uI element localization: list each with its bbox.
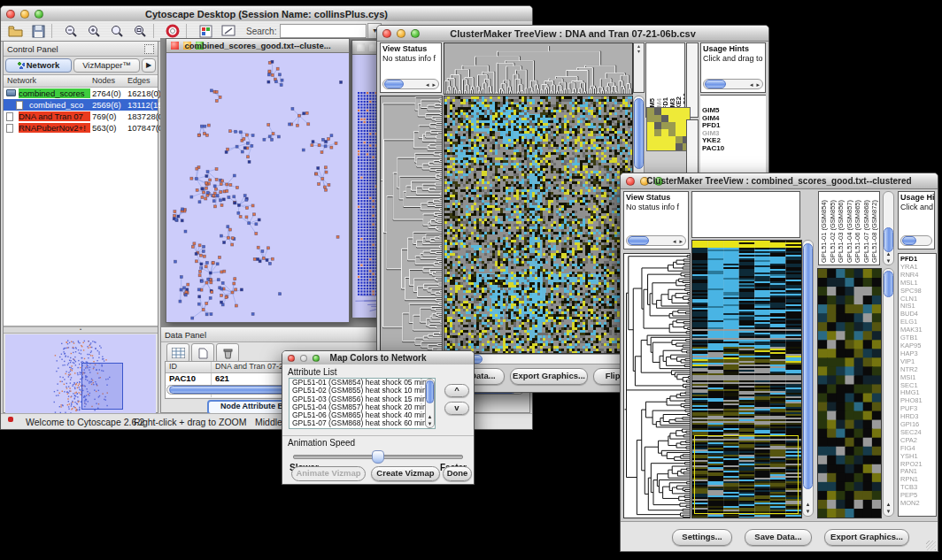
view-status-hscrollbar[interactable]: ◂ ▸: [626, 235, 686, 246]
zoom-cell[interactable]: [647, 136, 654, 143]
global-heatmap-canvas[interactable]: [444, 96, 633, 354]
zoom-heatmap-canvas[interactable]: [817, 268, 882, 518]
select-attributes-icon[interactable]: [166, 343, 189, 363]
close-button[interactable]: [288, 355, 295, 362]
new-attribute-icon[interactable]: [191, 343, 214, 363]
network-tree-row[interactable]: RNAPuberNov2+! 563(0) 107847(0): [4, 122, 158, 134]
tab-network[interactable]: Network: [5, 58, 72, 73]
zoom-cell[interactable]: [668, 115, 676, 122]
close-button[interactable]: [357, 43, 365, 51]
column-network[interactable]: Network: [7, 76, 36, 85]
column-label[interactable]: GPL51-06 (GSM865): [853, 200, 862, 263]
splitter-handle[interactable]: •: [4, 326, 158, 334]
zoom-cell[interactable]: [661, 129, 668, 136]
column-edges[interactable]: Edges: [127, 76, 151, 85]
column-nodes[interactable]: Nodes: [92, 76, 115, 85]
zoom-cell[interactable]: [661, 122, 668, 129]
zoom-fit-icon[interactable]: [131, 23, 149, 39]
zoom-cell[interactable]: [676, 115, 683, 122]
network-tree-row[interactable]: DNA and Tran 07 769(0) 183728(0): [4, 111, 158, 122]
dialog-titlebar[interactable]: Map Colors to Network: [282, 351, 474, 365]
zoom-cell[interactable]: [676, 108, 683, 115]
zoom-window-button[interactable]: [313, 355, 320, 362]
zoom-cell[interactable]: [654, 122, 661, 129]
network-tree-row[interactable]: combined_scores 2764(0) 16218(0): [4, 88, 158, 99]
scrollbar-thumb[interactable]: [628, 236, 649, 245]
usage-hints-hscrollbar[interactable]: [900, 235, 932, 246]
create-vizmap-button[interactable]: Create Vizmap: [371, 466, 440, 481]
zoom-cell[interactable]: [676, 129, 683, 136]
vizmapper-icon[interactable]: [197, 23, 214, 39]
zoom-cell[interactable]: [661, 108, 668, 115]
save-data-button[interactable]: Save Data...: [745, 529, 812, 546]
zoom-cell[interactable]: [647, 143, 654, 150]
scrollbar-thumb[interactable]: [384, 80, 404, 88]
minimize-button[interactable]: [300, 355, 307, 362]
zoom-cell[interactable]: [654, 136, 661, 143]
column-label[interactable]: GPL51-07 (GSM868): [862, 200, 871, 263]
zoom-cell[interactable]: [661, 136, 668, 143]
export-graphics-button[interactable]: Export Graphics...: [510, 368, 588, 385]
heatmap-vscrollbar[interactable]: ▴▾: [802, 240, 814, 517]
tab-overflow-arrow[interactable]: ▶: [142, 58, 156, 73]
network-window-1-titlebar[interactable]: combined_scores_good.txt--cluste...: [166, 39, 349, 53]
animate-vizmap-button[interactable]: Animate Vizmap: [291, 466, 366, 481]
row-dendrogram-canvas[interactable]: [623, 253, 691, 518]
zoom-heatmap-grid[interactable]: [646, 107, 691, 151]
minimize-button[interactable]: [183, 42, 191, 50]
settings-button[interactable]: Settings...: [672, 529, 732, 546]
delete-attribute-icon[interactable]: [216, 343, 239, 363]
zoom-out-icon[interactable]: [62, 23, 80, 39]
zoom-cell[interactable]: [668, 143, 676, 150]
treeview2-titlebar[interactable]: ClusterMaker TreeView : combined_scores_…: [621, 173, 938, 189]
close-button[interactable]: [171, 42, 179, 50]
zoom-cell[interactable]: [661, 143, 668, 150]
zoom-window-button[interactable]: [654, 177, 663, 186]
zoom-window-button[interactable]: [196, 42, 204, 50]
scrollbar-thumb[interactable]: [426, 380, 434, 403]
attribute-item[interactable]: GPL51-07 (GSM868) heat shock 60 min: [290, 419, 435, 427]
scrollbar-thumb[interactable]: [705, 80, 726, 88]
network-tree-row[interactable]: combined_sco 2569(6) 13112(15): [4, 99, 158, 111]
network-view-canvas[interactable]: [166, 53, 349, 320]
zoom-vscrollbar[interactable]: ▴▾: [883, 268, 894, 517]
zoom-cell[interactable]: [668, 122, 676, 129]
zoom-cell[interactable]: [654, 143, 661, 150]
zoom-in-icon[interactable]: [85, 23, 103, 39]
column-label[interactable]: GPL51-04 (GSM857): [845, 200, 854, 263]
attribute-list-vscrollbar[interactable]: ▴▾: [425, 379, 435, 428]
close-button[interactable]: [6, 10, 15, 19]
column-labels-vscrollbar[interactable]: ▴▾: [883, 191, 894, 265]
speed-slider-thumb[interactable]: [372, 450, 384, 464]
done-button[interactable]: Done: [443, 466, 472, 481]
main-titlebar[interactable]: Cytoscape Desktop (Session Name: collins…: [1, 6, 532, 22]
dendrogram-scroll-strip[interactable]: ▴▾: [633, 42, 645, 93]
column-id[interactable]: ID: [166, 362, 212, 372]
minimize-button[interactable]: [20, 10, 29, 19]
scrollbar-thumb[interactable]: [803, 243, 813, 489]
minimize-button[interactable]: [397, 29, 405, 38]
zoom-cell[interactable]: [676, 143, 683, 150]
save-icon[interactable]: [29, 23, 47, 39]
scrollbar-thumb[interactable]: [634, 98, 644, 169]
float-panel-icon[interactable]: [144, 44, 154, 54]
column-dendrogram-panel[interactable]: [691, 191, 800, 238]
minimize-button[interactable]: [640, 177, 649, 186]
search-input[interactable]: [280, 24, 367, 38]
view-status-hscrollbar[interactable]: ◂ ▸: [382, 79, 439, 89]
resize-grip[interactable]: [926, 541, 936, 550]
zoom-cell[interactable]: [647, 108, 654, 115]
move-up-button[interactable]: ^: [444, 384, 469, 397]
row-label[interactable]: PAC10: [700, 145, 766, 153]
column-label[interactable]: GPL51-08 (GSM872): [870, 200, 879, 263]
zoom-selected-icon[interactable]: [108, 23, 126, 39]
zoom-cell[interactable]: [668, 136, 676, 143]
zoom-cell[interactable]: [668, 129, 676, 136]
open-folder-icon[interactable]: [6, 23, 24, 39]
move-down-button[interactable]: v: [444, 402, 469, 415]
zoom-cell[interactable]: [668, 108, 676, 115]
zoom-cell[interactable]: [676, 136, 683, 143]
column-dendrogram-canvas[interactable]: [444, 42, 633, 95]
zoom-cell[interactable]: [654, 129, 661, 136]
zoom-cell[interactable]: [661, 115, 668, 122]
